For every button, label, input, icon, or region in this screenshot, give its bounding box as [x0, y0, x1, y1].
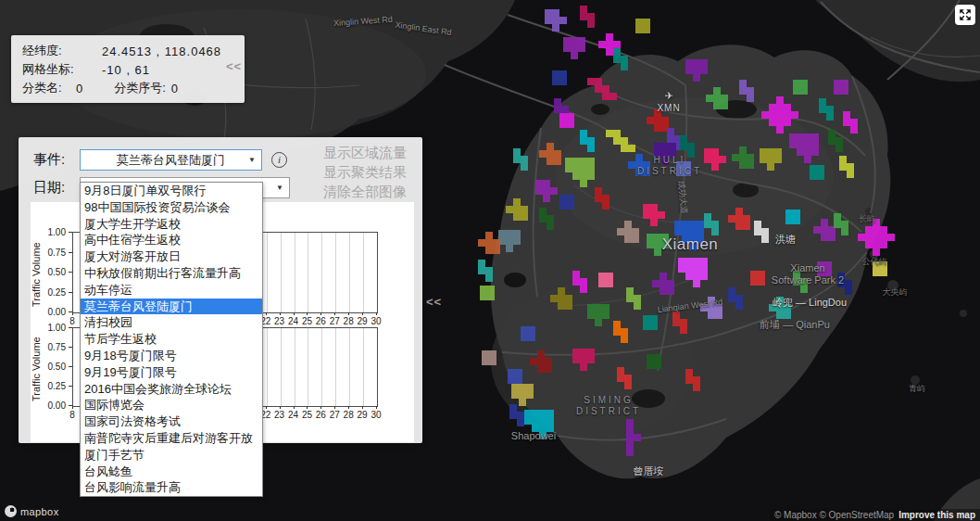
fullscreen-button[interactable] — [955, 5, 975, 25]
class-row: 分类名: 0 分类序号: 0 — [22, 79, 233, 97]
event-option[interactable]: 厦大学生开学返校 — [81, 216, 262, 233]
chart-ytick-mark — [69, 252, 72, 253]
chart-gridline — [321, 233, 322, 312]
chart-xtick-mark — [266, 312, 267, 315]
chart-xtick-mark — [320, 406, 321, 409]
improve-map-link[interactable]: Improve this map — [898, 510, 975, 520]
chart-gridline — [281, 328, 282, 406]
chart-xtick-mark — [266, 406, 267, 409]
chart-ytick-label: 0.00 — [31, 307, 66, 317]
chart-xtick-label: 30 — [371, 410, 381, 420]
chart-gridline — [363, 233, 364, 312]
chart-xtick-label: 29 — [358, 410, 368, 420]
chart-ytick-label: 0.75 — [31, 248, 66, 258]
event-option[interactable]: 节后学生返校 — [81, 331, 262, 348]
show-region-traffic-button[interactable]: 显示区域流量 — [323, 145, 407, 162]
chart-xtick-mark — [294, 312, 295, 315]
chart-ytick-mark — [69, 272, 72, 273]
chart-xtick-label: 28 — [344, 410, 354, 420]
class-idx-label: 分类序号: — [114, 80, 166, 96]
chart-xtick-mark — [376, 406, 377, 409]
chart-xtick-mark — [334, 312, 335, 315]
attribution-text[interactable]: © Mapbox © OpenStreetMap — [774, 510, 894, 520]
chart-ytick-label: 0.50 — [31, 362, 66, 372]
chart-ytick-label: 0.00 — [31, 400, 66, 411]
grid-value: -10 , 61 — [102, 63, 150, 77]
event-option[interactable]: 南普陀寺灾后重建后对游客开放 — [81, 430, 262, 447]
event-select-value: 莫兰蒂台风登陆厦门 — [117, 153, 225, 167]
event-option[interactable]: 清扫校园 — [81, 314, 262, 331]
chart-xtick-mark — [376, 312, 377, 315]
grid-label: 网格坐标: — [22, 61, 89, 78]
event-option[interactable]: 中秋放假前期出行客流量升高 — [81, 265, 262, 282]
collapse-info-panel-button[interactable]: << — [226, 59, 242, 73]
chart-xtick-label: 24 — [288, 410, 298, 420]
chart-ytick-label: 0.25 — [31, 381, 66, 391]
event-option[interactable]: 9月18号厦门限号 — [81, 348, 262, 364]
chart-ytick-label: 1.00 — [31, 323, 66, 333]
event-option[interactable]: 98中国国际投资贸易洽谈会 — [81, 199, 262, 216]
event-option[interactable]: 2016中国会奖旅游全球论坛 — [81, 381, 262, 398]
chart-xtick-mark — [348, 312, 349, 315]
latlng-label: 经纬度: — [22, 43, 89, 59]
chart-xtick-label: 28 — [344, 316, 354, 326]
chart-gridline — [308, 328, 308, 406]
chart-xtick-mark — [294, 406, 295, 409]
chart-ytick-mark — [69, 292, 72, 293]
chart-ytick-label: 0.25 — [31, 287, 66, 298]
chart-xtick-mark — [307, 406, 308, 409]
event-option[interactable]: 9月19号厦门限号 — [81, 364, 262, 381]
latlng-row: 经纬度: 24.4513 , 118.0468 — [22, 42, 233, 60]
coordinate-info-panel: 经纬度: 24.4513 , 118.0468 网格坐标: -10 , 61 分… — [11, 35, 245, 103]
chevron-down-icon: ▼ — [276, 178, 283, 197]
mapbox-logo[interactable]: mapbox — [5, 505, 59, 517]
attribution-bar: © Mapbox © OpenStreetMap Improve this ma… — [770, 509, 980, 521]
chart-gridline — [349, 328, 350, 406]
chart-xtick-label: 29 — [358, 316, 368, 326]
event-option[interactable]: 莫兰蒂台风登陆厦门 — [81, 299, 262, 315]
chart-gridline — [295, 328, 295, 406]
class-idx-value: 0 — [171, 82, 178, 95]
chart-xtick-mark — [320, 312, 321, 315]
event-option[interactable]: 动车停运 — [81, 282, 262, 299]
mapbox-logo-icon — [5, 505, 17, 517]
chart-xtick-mark — [334, 406, 335, 409]
mapbox-logo-text: mapbox — [20, 506, 59, 517]
event-field-label: 事件: — [33, 151, 65, 169]
info-icon[interactable]: i — [271, 152, 287, 168]
event-option[interactable]: 9月8日厦门单双号限行 — [81, 183, 262, 199]
chart-xtick-label: 27 — [330, 410, 340, 420]
chart-ytick-label: 1.00 — [31, 227, 66, 237]
chart-xtick-mark — [280, 312, 281, 315]
event-option[interactable]: 国际博览会 — [81, 397, 262, 413]
chart-xtick-mark — [280, 406, 281, 409]
event-option[interactable]: 厦门手艺节 — [81, 447, 262, 464]
chart-gridline — [281, 233, 282, 312]
event-dropdown-list[interactable]: 9月8日厦门单双号限行98中国国际投资贸易洽谈会厦大学生开学返校高中住宿学生返校… — [80, 182, 263, 497]
chart-xtick-label: 26 — [316, 316, 326, 326]
chart-gridline — [335, 233, 336, 312]
clear-all-images-button[interactable]: 清除全部图像 — [323, 184, 407, 201]
date-field-label: 日期: — [33, 179, 65, 197]
chart-xtick-label: 23 — [274, 316, 284, 326]
event-select[interactable]: 莫兰蒂台风登陆厦门 ▼ — [80, 149, 262, 171]
event-option[interactable]: 厦大对游客开放日 — [81, 248, 262, 265]
chart-xtick-label: 27 — [330, 316, 340, 326]
chart-ytick-mark — [69, 327, 72, 328]
grid-row: 网格坐标: -10 , 61 — [22, 60, 233, 79]
latlng-value: 24.4513 , 118.0468 — [102, 44, 221, 58]
chart-gridline — [295, 233, 295, 312]
event-option[interactable]: 国家司法资格考试 — [81, 413, 262, 430]
chart-xtick-mark — [72, 312, 73, 315]
event-option[interactable]: 台风影响流量升高 — [81, 479, 262, 496]
event-option[interactable]: 高中住宿学生返校 — [81, 232, 262, 248]
event-option[interactable]: 台风鲶鱼 — [81, 464, 262, 480]
chart-gridline — [308, 233, 308, 312]
chart-xtick-mark — [348, 406, 349, 409]
collapse-event-panel-button[interactable]: << — [426, 295, 442, 309]
chart-ytick-mark — [69, 366, 72, 367]
chart-xtick-label: 25 — [302, 410, 312, 420]
chart-xtick-label: 25 — [302, 316, 312, 326]
class-value: 0 — [76, 82, 82, 95]
show-cluster-result-button[interactable]: 显示聚类结果 — [323, 164, 407, 182]
